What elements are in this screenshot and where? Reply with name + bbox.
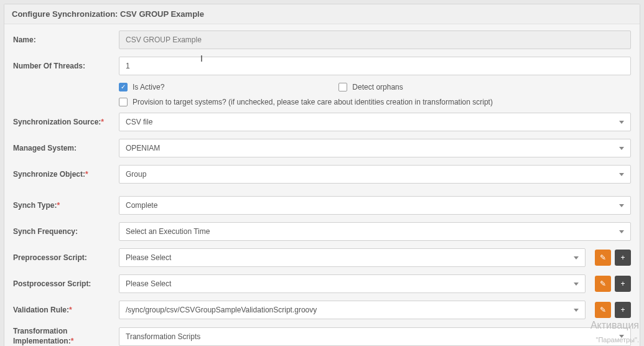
- chevron-down-icon: [619, 204, 624, 207]
- row-preprocessor: Preprocessor Script: Please Select ✎ +: [13, 248, 631, 267]
- plus-icon: +: [620, 253, 625, 262]
- label-managed-system: Managed System:: [13, 144, 119, 152]
- managed-system-select[interactable]: OPENIAM: [119, 139, 631, 157]
- label-postprocessor: Postprocessor Script:: [13, 279, 119, 288]
- synch-type-value: Complete: [126, 201, 614, 210]
- chevron-down-icon: [619, 173, 624, 176]
- checks-row-1: ✓ Is Active? Detect orphans: [13, 83, 631, 91]
- transformation-impl-select[interactable]: Transformation Scripts: [119, 327, 631, 346]
- label-preprocessor: Preprocessor Script:: [13, 253, 119, 262]
- postprocessor-edit-button[interactable]: ✎: [595, 276, 611, 292]
- row-name: Name: CSV GROUP Example: [13, 30, 631, 49]
- detect-orphans-label: Detect orphans: [352, 83, 403, 91]
- label-name: Name:: [13, 35, 119, 44]
- sync-object-select[interactable]: Group: [119, 165, 631, 184]
- chevron-down-icon: [619, 121, 624, 124]
- label-synch-freq: Synch Frequency:: [13, 227, 119, 236]
- synch-type-select[interactable]: Complete: [119, 196, 631, 215]
- pencil-icon: ✎: [600, 306, 606, 314]
- label-transformation-impl: Transformation Implementation:*: [13, 327, 119, 346]
- row-validation-rule: Validation Rule:* /sync/group/csv/CSVGro…: [13, 301, 631, 319]
- provision-checkbox[interactable]: [119, 98, 128, 106]
- sync-object-value: Group: [126, 170, 614, 179]
- form-body: Name: CSV GROUP Example Number Of Thread…: [4, 24, 640, 346]
- row-transformation-impl: Transformation Implementation:* Transfor…: [13, 327, 631, 346]
- validation-add-button[interactable]: +: [615, 302, 631, 318]
- preprocessor-add-button[interactable]: +: [615, 250, 631, 266]
- postprocessor-value: Please Select: [126, 279, 569, 288]
- synch-freq-select[interactable]: Select an Execution Time: [119, 222, 631, 241]
- is-active-checkbox[interactable]: ✓: [119, 83, 128, 91]
- label-sync-source: Synchronization Source:*: [13, 118, 119, 126]
- row-postprocessor: Postprocessor Script: Please Select ✎ +: [13, 274, 631, 293]
- chevron-down-icon: [574, 283, 579, 286]
- row-sync-source: Synchronization Source:* CSV file: [13, 113, 631, 131]
- provision-group[interactable]: Provision to target systems? (if uncheck…: [119, 98, 493, 106]
- row-synch-type: Synch Type:* Complete: [13, 196, 631, 215]
- row-synch-freq: Synch Frequency: Select an Execution Tim…: [13, 222, 631, 241]
- chevron-down-icon: [619, 335, 624, 338]
- preprocessor-value: Please Select: [126, 253, 569, 262]
- label-threads: Number Of Threads:: [13, 62, 119, 70]
- managed-system-value: OPENIAM: [126, 144, 614, 152]
- postprocessor-add-button[interactable]: +: [615, 276, 631, 292]
- chevron-down-icon: [619, 230, 624, 233]
- validation-edit-button[interactable]: ✎: [595, 302, 611, 318]
- row-managed-system: Managed System: OPENIAM: [13, 139, 631, 157]
- is-active-label: Is Active?: [133, 83, 164, 91]
- threads-input[interactable]: 1: [119, 57, 631, 75]
- postprocessor-select[interactable]: Please Select: [119, 274, 586, 293]
- config-sync-panel: Configure Synchronization: CSV GROUP Exa…: [4, 4, 640, 346]
- plus-icon: +: [620, 306, 625, 314]
- label-synch-type: Synch Type:*: [13, 201, 119, 210]
- validation-rule-value: /sync/group/csv/CSVGroupSampleValidation…: [126, 306, 569, 314]
- label-sync-object: Synchronize Object:*: [13, 170, 119, 179]
- plus-icon: +: [620, 279, 625, 288]
- validation-rule-select[interactable]: /sync/group/csv/CSVGroupSampleValidation…: [119, 301, 586, 319]
- transformation-impl-value: Transformation Scripts: [126, 332, 614, 341]
- detect-orphans-group[interactable]: Detect orphans: [338, 83, 403, 91]
- detect-orphans-checkbox[interactable]: [338, 83, 347, 91]
- name-input[interactable]: CSV GROUP Example: [119, 30, 631, 49]
- synch-freq-value: Select an Execution Time: [126, 227, 614, 236]
- pencil-icon: ✎: [600, 253, 606, 262]
- chevron-down-icon: [574, 309, 579, 312]
- label-validation-rule: Validation Rule:*: [13, 306, 119, 314]
- chevron-down-icon: [619, 147, 624, 150]
- sync-source-value: CSV file: [126, 118, 614, 126]
- preprocessor-select[interactable]: Please Select: [119, 248, 586, 267]
- row-threads: Number Of Threads: 1: [13, 57, 631, 75]
- checks-row-2: Provision to target systems? (if uncheck…: [13, 98, 631, 106]
- sync-source-select[interactable]: CSV file: [119, 113, 631, 131]
- preprocessor-edit-button[interactable]: ✎: [595, 250, 611, 266]
- chevron-down-icon: [574, 256, 579, 260]
- row-sync-object: Synchronize Object:* Group: [13, 165, 631, 184]
- provision-label: Provision to target systems? (if uncheck…: [133, 98, 493, 106]
- pencil-icon: ✎: [600, 279, 606, 288]
- threads-input-value: 1: [126, 62, 130, 70]
- panel-title: Configure Synchronization: CSV GROUP Exa…: [4, 4, 640, 24]
- is-active-group[interactable]: ✓ Is Active?: [119, 83, 164, 91]
- name-input-value: CSV GROUP Example: [126, 35, 202, 44]
